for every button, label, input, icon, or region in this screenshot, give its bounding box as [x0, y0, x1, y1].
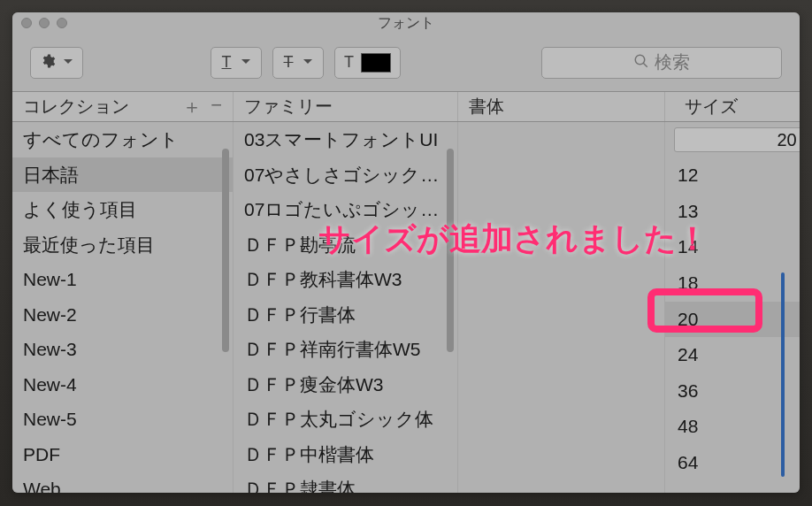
family-header-label: ファミリー: [244, 95, 333, 119]
chevron-down-icon: [241, 55, 251, 71]
gear-icon: [40, 53, 56, 73]
list-item[interactable]: ＤＦＰ教科書体W3: [234, 262, 457, 297]
list-item[interactable]: 72: [665, 481, 800, 493]
list-item[interactable]: 20: [665, 302, 800, 338]
columns: すべてのフォント日本語よく使う項目最近使った項目New-1New-2New-3N…: [12, 122, 800, 493]
column-header-size: サイズ: [665, 92, 800, 121]
list-item[interactable]: よく使う項目: [12, 192, 233, 227]
list-item[interactable]: 最近使った項目: [12, 227, 233, 263]
search-input[interactable]: 検索: [541, 47, 782, 79]
collection-list[interactable]: すべてのフォント日本語よく使う項目最近使った項目New-1New-2New-3N…: [12, 122, 234, 493]
list-item[interactable]: 07やさしさゴシックボールド: [234, 157, 457, 193]
scrollbar[interactable]: [222, 149, 229, 352]
underline-toggle[interactable]: T: [211, 47, 262, 79]
strikethrough-icon: T: [284, 53, 294, 72]
list-item[interactable]: 18: [665, 265, 800, 302]
list-item[interactable]: ＤＦＰ隷書体: [234, 472, 457, 493]
close-window-icon[interactable]: [21, 18, 32, 28]
family-list[interactable]: 03スマートフォントUI07やさしさゴシックボールド07ロゴたいぷゴシック7ＤＦ…: [234, 122, 458, 493]
size-input[interactable]: [674, 127, 800, 152]
search-icon: [633, 53, 649, 73]
annotation-text: サイズが追加されました！: [318, 218, 709, 261]
text-color-button[interactable]: T: [334, 47, 401, 79]
list-item[interactable]: ＤＦＰ祥南行書体W5: [234, 332, 457, 367]
list-item[interactable]: 24: [665, 337, 800, 373]
list-item[interactable]: 12: [665, 157, 800, 194]
typeface-header-label: 書体: [469, 95, 504, 119]
list-item[interactable]: ＤＦＰ中楷書体: [234, 437, 457, 472]
color-swatch: [361, 53, 391, 73]
column-header-family: ファミリー: [234, 92, 458, 121]
list-item[interactable]: すべてのフォント: [12, 122, 233, 157]
list-item[interactable]: PDF: [12, 437, 233, 472]
underline-icon: T: [222, 53, 232, 72]
size-slider-track[interactable]: [781, 272, 785, 477]
svg-point-0: [635, 55, 645, 65]
size-pane: 12131418202436486472: [665, 122, 800, 493]
list-item[interactable]: New-1: [12, 262, 233, 297]
list-item[interactable]: 日本語: [12, 157, 233, 193]
list-item[interactable]: New-5: [12, 402, 233, 437]
zoom-window-icon[interactable]: [57, 18, 67, 28]
list-item[interactable]: New-4: [12, 367, 233, 402]
list-item[interactable]: 48: [665, 409, 800, 445]
list-item[interactable]: 36: [665, 373, 800, 410]
column-header-typeface: 書体: [458, 92, 665, 121]
minimize-window-icon[interactable]: [39, 18, 50, 28]
list-item[interactable]: Web: [12, 472, 233, 493]
list-item[interactable]: ＤＦＰ行書体: [234, 297, 457, 333]
action-menu-button[interactable]: [30, 47, 83, 79]
remove-collection-icon[interactable]: −: [211, 94, 222, 120]
size-list[interactable]: 12131418202436486472: [665, 157, 800, 493]
traffic-lights: [21, 18, 67, 28]
titlebar: フォント: [12, 12, 800, 34]
list-item[interactable]: New-3: [12, 332, 233, 367]
list-item[interactable]: ＤＦＰ痩金体W3: [234, 367, 457, 402]
text-color-icon: T: [344, 53, 354, 72]
column-header-collection: コレクション ＋ −: [12, 92, 234, 121]
list-item[interactable]: New-2: [12, 297, 233, 333]
window-title: フォント: [12, 14, 800, 33]
search-placeholder: 検索: [655, 50, 690, 74]
list-item[interactable]: 03スマートフォントUI: [234, 122, 457, 157]
typeface-list[interactable]: [458, 122, 665, 493]
chevron-down-icon: [63, 55, 73, 71]
collection-header-label: コレクション: [23, 95, 129, 119]
svg-line-1: [643, 63, 647, 67]
column-headers: コレクション ＋ − ファミリー 書体 サイズ: [12, 92, 800, 122]
toolbar: T T T 検索: [12, 34, 800, 92]
strikethrough-toggle[interactable]: T: [272, 47, 324, 79]
list-item[interactable]: 64: [665, 445, 800, 481]
list-item[interactable]: ＤＦＰ太丸ゴシック体: [234, 402, 457, 437]
chevron-down-icon: [303, 55, 313, 71]
size-header-label: サイズ: [685, 95, 738, 119]
add-collection-icon[interactable]: ＋: [182, 94, 202, 120]
